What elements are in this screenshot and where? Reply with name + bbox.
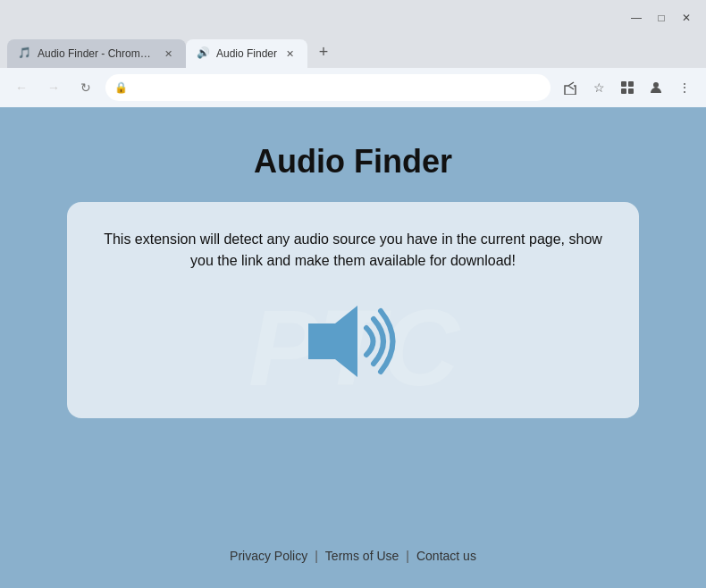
privacy-policy-link[interactable]: Privacy Policy	[230, 549, 307, 563]
tab-favicon-2: 🔊	[197, 46, 211, 61]
reload-button[interactable]: ↻	[73, 75, 98, 100]
address-box[interactable]: 🔒	[105, 74, 551, 101]
svg-marker-5	[308, 306, 357, 377]
page-footer: Privacy Policy | Terms of Use | Contact …	[230, 534, 476, 570]
back-button[interactable]: ←	[9, 75, 34, 100]
title-bar: — □ ✕	[0, 0, 706, 36]
tab-title-1: Audio Finder - Chrome Web ...	[38, 47, 155, 60]
svg-point-4	[653, 82, 659, 88]
tab-favicon-1: 🎵	[18, 46, 32, 61]
close-button[interactable]: ✕	[674, 5, 699, 30]
tab-chrome-web[interactable]: 🎵 Audio Finder - Chrome Web ... ✕	[7, 39, 186, 68]
chrome-window: — □ ✕ 🎵 Audio Finder - Chrome Web ... ✕ …	[0, 0, 706, 588]
extension-icon[interactable]	[615, 75, 640, 100]
tab-close-2[interactable]: ✕	[282, 46, 297, 61]
profile-icon[interactable]	[643, 75, 668, 100]
svg-rect-0	[621, 81, 626, 87]
contact-us-link[interactable]: Contact us	[416, 549, 476, 563]
window-controls: — □ ✕	[624, 5, 699, 30]
toolbar-icons: ☆ ⋮	[558, 75, 697, 100]
svg-rect-2	[621, 88, 626, 94]
page-content: PTC Audio Finder This extension will det…	[0, 107, 706, 588]
menu-icon[interactable]: ⋮	[672, 75, 697, 100]
maximize-button[interactable]: □	[649, 5, 674, 30]
speaker-icon	[299, 297, 407, 386]
terms-of-use-link[interactable]: Terms of Use	[325, 549, 399, 563]
bookmark-icon[interactable]: ☆	[586, 75, 611, 100]
svg-rect-3	[628, 88, 634, 94]
tab-title-2: Audio Finder	[216, 47, 277, 60]
tabs-bar: 🎵 Audio Finder - Chrome Web ... ✕ 🔊 Audi…	[0, 36, 706, 68]
address-bar: ← → ↻ 🔒 ☆	[0, 68, 706, 107]
tab-audio-finder[interactable]: 🔊 Audio Finder ✕	[186, 39, 307, 68]
minimize-button[interactable]: —	[624, 5, 649, 30]
tab-close-1[interactable]: ✕	[161, 46, 175, 61]
footer-sep-1: |	[315, 549, 318, 563]
forward-button[interactable]: →	[41, 75, 66, 100]
page-title: Audio Finder	[254, 143, 452, 181]
lock-icon: 🔒	[114, 81, 128, 94]
footer-sep-2: |	[406, 549, 409, 563]
info-card: This extension will detect any audio sou…	[67, 202, 639, 418]
new-tab-button[interactable]: +	[311, 39, 336, 64]
svg-rect-1	[628, 81, 634, 87]
card-description: This extension will detect any audio sou…	[99, 229, 607, 272]
share-icon[interactable]	[558, 75, 583, 100]
